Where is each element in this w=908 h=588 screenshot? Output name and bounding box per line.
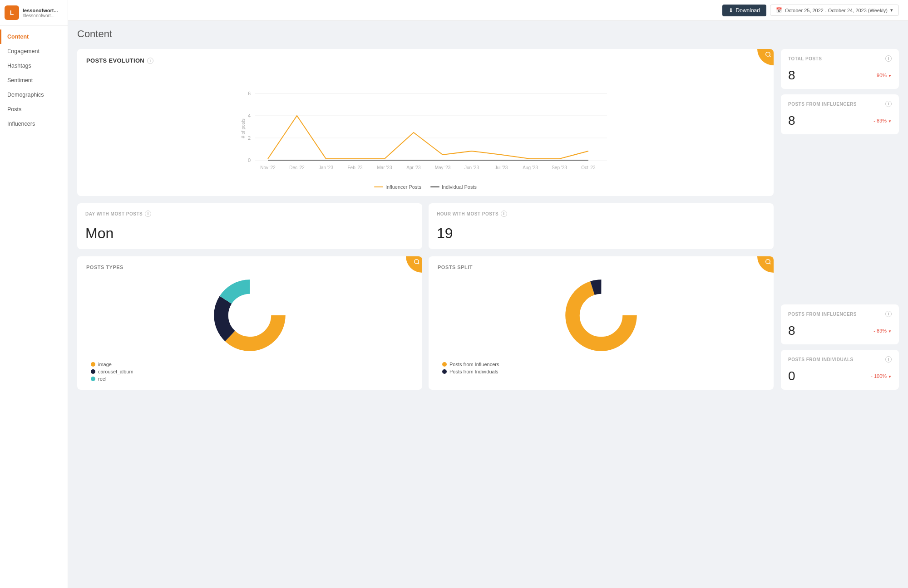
legend-influencer: Influencer Posts — [374, 184, 421, 190]
svg-text:2: 2 — [248, 135, 251, 141]
posts-evolution-chart: 0 2 4 6 # of posts Nov '22 Dec '22 — [86, 69, 765, 180]
sidebar-header: L lessonofwort... #lessonofwort... — [0, 0, 68, 26]
sidebar-item-posts[interactable]: Posts — [0, 102, 68, 117]
total-posts-title: TOTAL POSTS i — [788, 55, 892, 62]
sidebar-item-sentiment[interactable]: Sentiment — [0, 73, 68, 88]
svg-point-0 — [766, 52, 770, 56]
posts-influencers-bottom-card: POSTS FROM INFLUENCERS i 8 - 89% — [781, 304, 899, 344]
svg-point-27 — [766, 260, 770, 264]
individuals-info[interactable]: i — [885, 356, 892, 363]
total-posts-arrow — [888, 73, 892, 78]
sidebar-nav: Content Engagement Hashtags Sentiment De… — [0, 26, 68, 135]
posts-split-title: POSTS SPLIT — [438, 265, 765, 270]
total-posts-card: TOTAL POSTS i 8 - 90% — [781, 49, 899, 89]
svg-text:0: 0 — [248, 157, 251, 163]
sidebar-account: lessonofwort... #lessonofwort... — [23, 8, 58, 18]
hour-most-posts-card: HOUR WITH MOST POSTS i 19 — [429, 203, 774, 249]
posts-influencers-bottom-change: - 89% — [873, 328, 892, 333]
topbar: ⬇ Download 📅 October 25, 2022 - October … — [68, 0, 908, 21]
day-most-posts-value: Mon — [85, 225, 414, 242]
hour-most-posts-title: HOUR WITH MOST POSTS i — [437, 211, 765, 217]
svg-point-22 — [415, 260, 419, 264]
svg-text:Jul '23: Jul '23 — [495, 165, 508, 170]
posts-types-legend: image carousel_album reel — [86, 362, 413, 382]
posts-individuals-row: 0 - 100% — [788, 369, 892, 383]
posts-types-title: POSTS TYPES — [86, 265, 413, 270]
posts-influencers-bottom-row: 8 - 89% — [788, 323, 892, 338]
download-icon: ⬇ — [729, 7, 733, 14]
influencers-bottom-info[interactable]: i — [885, 311, 892, 317]
posts-split-donut: Posts from Influencers Posts from Indivi… — [438, 274, 765, 374]
day-most-posts-card: DAY WITH MOST POSTS i Mon — [77, 203, 422, 249]
influencers-bottom-arrow — [888, 328, 892, 333]
download-button[interactable]: ⬇ Download — [722, 5, 766, 16]
hour-info-icon[interactable]: i — [501, 211, 507, 217]
posts-individuals-change: - 100% — [871, 373, 892, 379]
svg-text:Jan '23: Jan '23 — [319, 165, 333, 170]
svg-point-30 — [585, 299, 617, 332]
posts-types-card: POSTS TYPES — [77, 256, 422, 390]
sidebar: L lessonofwort... #lessonofwort... Conte… — [0, 0, 68, 588]
chevron-down-icon: ▾ — [890, 7, 893, 13]
legend-influencers-split: Posts from Influencers — [442, 362, 760, 367]
chart-legend: Influencer Posts Individual Posts — [86, 184, 765, 190]
legend-reel: reel — [91, 376, 409, 382]
legend-individual: Individual Posts — [430, 184, 477, 190]
reel-dot — [91, 377, 95, 381]
svg-text:4: 4 — [248, 113, 251, 118]
sidebar-item-influencers[interactable]: Influencers — [0, 117, 68, 131]
svg-text:Sep '23: Sep '23 — [552, 165, 567, 170]
posts-influencers-bottom-value: 8 — [788, 323, 795, 338]
posts-individuals-card: POSTS FROM INDIVIDUALS i 0 - 100% — [781, 350, 899, 390]
posts-influencers-top-card: POSTS FROM INFLUENCERS i 8 - 89% — [781, 94, 899, 134]
individuals-split-dot — [442, 369, 447, 374]
posts-influencers-top-title: POSTS FROM INFLUENCERS i — [788, 101, 892, 107]
influencers-top-info[interactable]: i — [885, 101, 892, 107]
day-most-posts-title: DAY WITH MOST POSTS i — [85, 211, 414, 217]
total-posts-value: 8 — [788, 68, 795, 83]
influencers-split-dot — [442, 362, 447, 367]
posts-split-legend: Posts from Influencers Posts from Indivi… — [438, 362, 765, 374]
posts-evolution-title: POSTS EVOLUTION i — [86, 57, 765, 64]
posts-individuals-title: POSTS FROM INDIVIDUALS i — [788, 356, 892, 363]
sidebar-item-hashtags[interactable]: Hashtags — [0, 59, 68, 73]
posts-individuals-value: 0 — [788, 369, 795, 383]
date-range-button[interactable]: 📅 October 25, 2022 - October 24, 2023 (W… — [770, 5, 899, 16]
posts-split-corner — [757, 256, 774, 273]
svg-text:Apr '23: Apr '23 — [406, 165, 421, 170]
svg-text:Oct '23: Oct '23 — [581, 165, 596, 170]
content-right: TOTAL POSTS i 8 - 90% POSTS FROM INFLUEN… — [781, 49, 899, 390]
calendar-icon: 📅 — [776, 7, 782, 13]
sidebar-item-demographics[interactable]: Demographics — [0, 88, 68, 102]
day-info-icon[interactable]: i — [145, 211, 151, 217]
svg-text:Dec '22: Dec '22 — [289, 165, 305, 170]
topbar-right: ⬇ Download 📅 October 25, 2022 - October … — [722, 5, 899, 16]
posts-influencers-bottom-title: POSTS FROM INFLUENCERS i — [788, 311, 892, 317]
sidebar-item-content[interactable]: Content — [0, 29, 68, 44]
influencer-legend-line — [374, 186, 383, 187]
total-posts-change: - 90% — [873, 73, 892, 78]
content-area: POSTS EVOLUTION i 0 2 4 6 # of posts — [68, 40, 908, 399]
line-chart-svg: 0 2 4 6 # of posts Nov '22 Dec '22 — [86, 69, 765, 178]
carousel-dot — [91, 369, 95, 374]
svg-text:Feb '23: Feb '23 — [347, 165, 362, 170]
posts-influencers-top-row: 8 - 89% — [788, 113, 892, 128]
svg-text:Jun '23: Jun '23 — [464, 165, 479, 170]
image-dot — [91, 362, 95, 367]
svg-text:Mar '23: Mar '23 — [377, 165, 392, 170]
account-handle: #lessonofwort... — [23, 13, 58, 18]
posts-influencers-top-change: - 89% — [873, 118, 892, 123]
account-name: lessonofwort... — [23, 8, 58, 13]
individual-legend-line — [430, 186, 439, 187]
posts-types-corner — [406, 256, 422, 273]
svg-text:Aug '23: Aug '23 — [523, 165, 538, 170]
total-posts-info[interactable]: i — [885, 55, 892, 62]
svg-point-26 — [233, 299, 266, 332]
posts-influencers-top-value: 8 — [788, 113, 795, 128]
sidebar-item-engagement[interactable]: Engagement — [0, 44, 68, 59]
posts-types-donut: image carousel_album reel — [86, 274, 413, 382]
posts-split-card: POSTS SPLIT Posts from Infl — [429, 256, 774, 390]
posts-evolution-info[interactable]: i — [147, 58, 153, 64]
influencers-top-arrow — [888, 118, 892, 123]
svg-text:# of posts: # of posts — [241, 118, 246, 138]
